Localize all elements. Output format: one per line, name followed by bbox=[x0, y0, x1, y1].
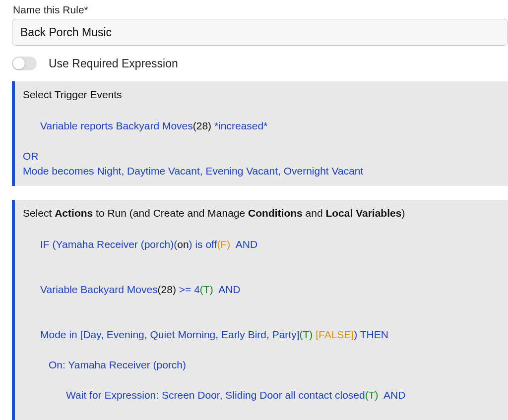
trigger-or: OR bbox=[23, 149, 500, 164]
wait-tp: (T) bbox=[365, 389, 379, 401]
actions-title: Select Actions to Run (and Create and Ma… bbox=[23, 206, 500, 221]
action-if-line-3[interactable]: Mode in [Day, Evening, Quiet Morning, Ea… bbox=[23, 312, 500, 358]
trigger-line-2[interactable]: Mode becomes Night, Daytime Vacant, Even… bbox=[23, 164, 500, 179]
actions-title-seg3: and bbox=[303, 207, 326, 219]
trigger-1-prefix: Variable reports Backyard Moves bbox=[40, 120, 193, 131]
actions-title-bold2: Conditions bbox=[248, 207, 303, 219]
actions-title-bold1: Actions bbox=[55, 207, 93, 219]
trigger-1-suffix: *increased* bbox=[211, 120, 267, 131]
wait-a: Wait for Expression: Screen Door, Slidin… bbox=[66, 389, 365, 401]
actions-title-seg1: Select bbox=[23, 207, 55, 219]
if2-a: Variable Backyard Moves bbox=[40, 284, 158, 295]
required-expression-label: Use Required Expression bbox=[49, 57, 178, 70]
rule-name-input[interactable] bbox=[12, 19, 508, 46]
if2-b: >= 4 bbox=[176, 284, 200, 295]
if3-tp: (T) bbox=[300, 329, 313, 340]
required-expression-toggle[interactable] bbox=[12, 57, 37, 70]
action-on[interactable]: On: Yamaha Receiver (porch) bbox=[23, 358, 500, 372]
if1-and: AND bbox=[230, 239, 257, 250]
actions-title-seg2: to Run (and Create and Manage bbox=[93, 207, 248, 219]
trigger-1-paren: (28) bbox=[193, 120, 211, 131]
if1-on: on bbox=[177, 239, 189, 250]
if1-fp: (F) bbox=[217, 239, 230, 250]
action-yr-on[interactable]: Yamaha Receiver (porch)(on) is on(T) AND bbox=[23, 418, 500, 420]
actions-title-bold3: Local Variables bbox=[325, 207, 401, 219]
action-if-line-1[interactable]: IF (Yamaha Receiver (porch)(on) is off(F… bbox=[23, 222, 500, 267]
trigger-line-1[interactable]: Variable reports Backyard Moves(28) *inc… bbox=[23, 103, 500, 148]
if1-b: ) is off bbox=[189, 239, 217, 250]
if3-false: [FALSE] bbox=[313, 329, 354, 340]
actions-title-seg4: ) bbox=[401, 207, 405, 219]
rule-name-label: Name this Rule* bbox=[13, 4, 508, 16]
if2-and: AND bbox=[213, 284, 241, 295]
if2-tp: (T) bbox=[200, 284, 213, 295]
if3-a: Mode in [Day, Evening, Quiet Morning, Ea… bbox=[40, 329, 300, 340]
toggle-knob bbox=[13, 58, 25, 69]
triggers-panel[interactable]: Select Trigger Events Variable reports B… bbox=[12, 81, 508, 186]
if3-then: ) THEN bbox=[354, 329, 388, 340]
actions-panel[interactable]: Select Actions to Run (and Create and Ma… bbox=[12, 200, 508, 420]
action-if-line-2[interactable]: Variable Backyard Moves(28) >= 4(T) AND bbox=[23, 267, 500, 312]
if2-paren: (28) bbox=[158, 284, 176, 295]
triggers-title: Select Trigger Events bbox=[23, 87, 500, 102]
if1-a: IF (Yamaha Receiver (porch)( bbox=[40, 239, 177, 250]
wait-and: AND bbox=[379, 389, 406, 401]
action-wait[interactable]: Wait for Expression: Screen Door, Slidin… bbox=[23, 372, 500, 418]
